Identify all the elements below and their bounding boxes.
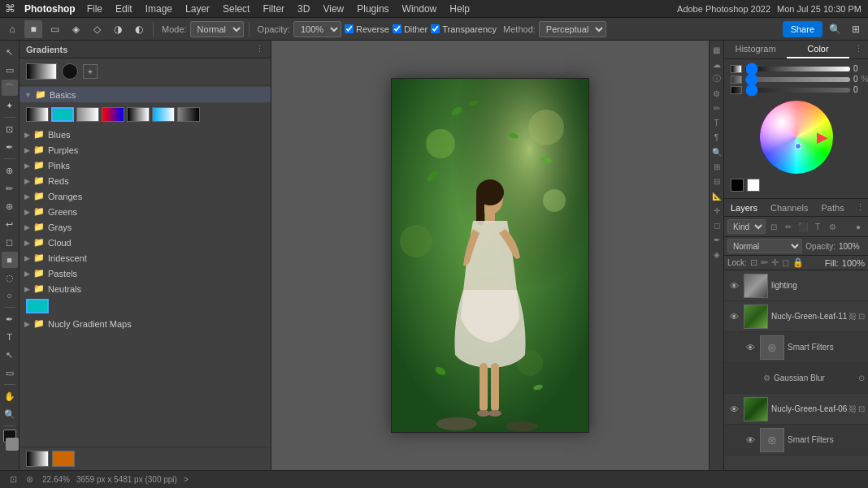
tab-channels[interactable]: Channels <box>764 200 814 216</box>
canvas-image[interactable] <box>392 79 588 432</box>
black-slider[interactable] <box>745 67 850 71</box>
grid3-icon[interactable]: ⊞ <box>711 161 723 172</box>
group-cloud-header[interactable]: ▶ 📁 Cloud <box>20 235 271 250</box>
gradient-mode-btn3[interactable]: ◈ <box>67 20 85 38</box>
statusbar-arrow[interactable]: > <box>184 475 189 484</box>
hand-tool[interactable]: ✋ <box>2 388 18 404</box>
swatch-3[interactable] <box>76 107 99 122</box>
clone-tool[interactable]: ⊛ <box>2 198 18 214</box>
lock-transparency-icon[interactable]: ⊡ <box>750 257 757 268</box>
layer-vis-sf1[interactable]: 👁 <box>744 343 757 352</box>
filter-kind-select[interactable]: Kind <box>727 219 766 234</box>
move-tool[interactable]: ↖ <box>2 44 18 60</box>
text-tool[interactable]: T <box>2 329 18 345</box>
group-purples-header[interactable]: ▶ 📁 Purples <box>20 142 271 158</box>
move-icon[interactable]: ✛ <box>711 205 723 216</box>
gradient-tool[interactable]: ■ <box>2 252 18 268</box>
history-brush-tool[interactable]: ↩ <box>2 216 18 232</box>
grid2-icon[interactable]: ⊟ <box>711 175 723 187</box>
swatch-5[interactable] <box>127 107 150 122</box>
layers-menu-icon[interactable]: ⋮ <box>851 199 868 216</box>
opacity-select[interactable]: 100% <box>293 21 341 37</box>
filter-icon-4[interactable]: T <box>811 220 824 233</box>
mode-select[interactable]: Normal <box>190 21 244 37</box>
filter-icon-1[interactable]: ⊡ <box>767 220 780 233</box>
ruler-icon[interactable]: 📐 <box>711 190 723 201</box>
lock-artboard-icon[interactable]: ◻ <box>782 257 789 268</box>
group-neutrals-header[interactable]: ▶ 📁 Neutrals <box>20 281 271 296</box>
eraser-tool[interactable]: ◻ <box>2 234 18 250</box>
lock-pixels-icon[interactable]: ✏ <box>761 257 768 268</box>
tab-paths[interactable]: Paths <box>815 200 851 216</box>
filter-toggle[interactable]: ● <box>852 220 865 233</box>
group-reds-header[interactable]: ▶ 📁 Reds <box>20 173 271 188</box>
eraser-icon[interactable]: ◈ <box>711 248 723 260</box>
shape-icon[interactable]: ◻ <box>711 219 723 231</box>
blend-mode-select[interactable]: Normal <box>727 239 802 253</box>
menu-3d[interactable]: 3D <box>291 2 316 16</box>
layer-smart-filters-1[interactable]: 👁 ⊛ Smart Filters <box>724 332 868 363</box>
menu-window[interactable]: Window <box>396 2 444 16</box>
swatch-7[interactable] <box>177 107 200 122</box>
group-basics-header[interactable]: ▼ 📁 Basics <box>20 87 271 102</box>
tab-histogram[interactable]: Histogram <box>724 41 787 58</box>
heal-tool[interactable]: ⊕ <box>2 162 18 179</box>
lock-position-icon[interactable]: ✛ <box>771 257 779 268</box>
transparency-checkbox[interactable] <box>431 24 440 33</box>
layer-vis-nucly11[interactable]: 👁 <box>727 312 740 322</box>
search-icon[interactable]: 🔍 <box>711 146 723 158</box>
fg-color-swatch[interactable] <box>731 179 744 192</box>
apple-icon[interactable]: ⌘ <box>0 2 20 15</box>
menu-view[interactable]: View <box>316 2 350 16</box>
group-pinks-header[interactable]: ▶ 📁 Pinks <box>20 158 271 173</box>
add-gradient-btn[interactable]: + <box>83 64 98 79</box>
brush-icon[interactable]: ✏ <box>711 102 723 114</box>
layer-vis-lighting[interactable]: 👁 <box>727 281 740 291</box>
dither-checkbox[interactable] <box>393 24 401 33</box>
bg-color-swatch[interactable] <box>747 179 760 192</box>
menu-filter[interactable]: Filter <box>256 2 291 16</box>
bottom-swatch-orange[interactable] <box>52 451 75 467</box>
filter-icon-5[interactable]: ⚙ <box>826 220 839 233</box>
group-greens-header[interactable]: ▶ 📁 Greens <box>20 204 271 219</box>
tab-color[interactable]: Color <box>787 41 849 58</box>
shape-tool[interactable]: ▭ <box>2 365 18 381</box>
blur-tool[interactable]: ◌ <box>2 270 18 286</box>
gradient-mode-btn6[interactable]: ◐ <box>130 20 148 38</box>
layer-gaussian-blur[interactable]: 👁 ⚙ Gaussian Blur ⊙ <box>724 363 868 394</box>
group-blues-header[interactable]: ▶ 📁 Blues <box>20 127 271 142</box>
path-select-tool[interactable]: ↖ <box>2 347 18 363</box>
dodge-tool[interactable]: ○ <box>2 287 18 304</box>
layer-vis-nucly06[interactable]: 👁 <box>727 404 740 414</box>
gradient-mode-btn2[interactable]: ▭ <box>46 20 63 38</box>
menu-edit[interactable]: Edit <box>109 2 139 16</box>
method-select[interactable]: Perceptual <box>539 21 606 37</box>
menu-layer[interactable]: Layer <box>179 2 216 16</box>
zoom-tool[interactable]: 🔍 <box>2 406 18 422</box>
text-icon[interactable]: T <box>711 117 723 128</box>
settings-icon[interactable]: ⚙ <box>711 88 723 99</box>
swatch-4[interactable] <box>102 107 124 122</box>
layer-lighting[interactable]: 👁 lighting <box>724 270 868 301</box>
info-icon[interactable]: ⓘ <box>711 73 723 84</box>
cloud-icon[interactable]: ☁ <box>711 58 723 70</box>
swatch-active[interactable] <box>51 107 74 122</box>
swatch-6[interactable] <box>152 107 175 122</box>
filter-icon-2[interactable]: ✏ <box>782 220 795 233</box>
crop-tool[interactable]: ⊡ <box>2 121 18 137</box>
bottom-slider[interactable] <box>745 88 850 93</box>
group-iridescent-header[interactable]: ▶ 📁 Iridescent <box>20 250 271 266</box>
gradient-radial-swatch[interactable] <box>62 63 78 80</box>
pen-icon[interactable]: ✒ <box>711 234 723 245</box>
gradient-swatch[interactable] <box>26 63 57 80</box>
mid-slider[interactable] <box>745 77 850 82</box>
menu-help[interactable]: Help <box>443 2 476 16</box>
lasso-tool[interactable]: ⌒ <box>2 80 18 96</box>
panel-menu-icon[interactable]: ⋮ <box>255 44 264 54</box>
gradient-mode-btn5[interactable]: ◑ <box>109 20 127 38</box>
gradient-mode-btn4[interactable]: ◇ <box>88 20 106 38</box>
menu-plugins[interactable]: Plugins <box>350 2 395 16</box>
color-wheel[interactable] <box>760 101 833 174</box>
layer-nucly11[interactable]: 👁 Nucly-Green-Leaf-11 ⛓ ⊡ <box>724 301 868 332</box>
home-tool-btn[interactable]: ⌂ <box>3 20 21 38</box>
